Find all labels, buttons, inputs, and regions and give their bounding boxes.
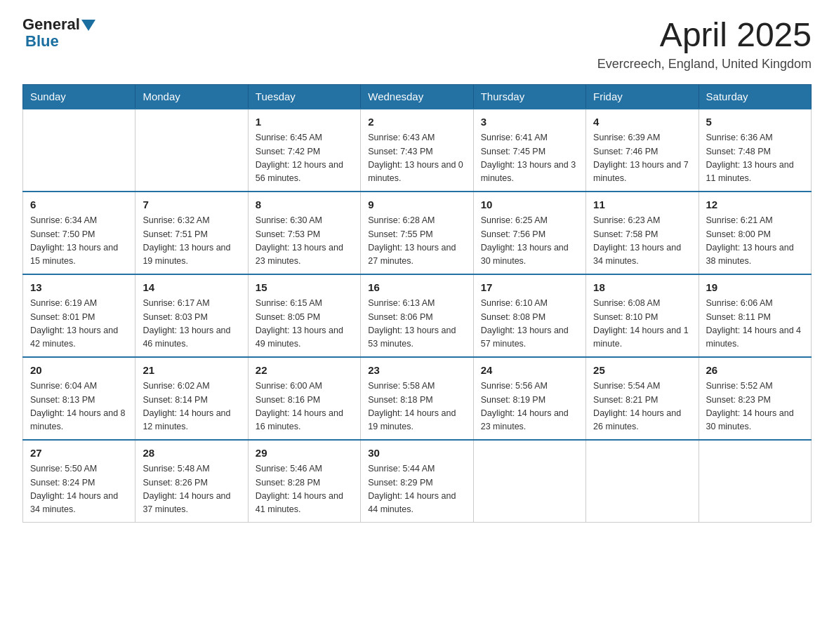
day-info: Sunrise: 6:15 AMSunset: 8:05 PMDaylight:… xyxy=(256,297,353,351)
weekday-header-monday: Monday xyxy=(135,84,248,109)
calendar-cell xyxy=(23,109,135,192)
day-number: 11 xyxy=(593,197,691,213)
calendar-cell: 28Sunrise: 5:48 AMSunset: 8:26 PMDayligh… xyxy=(135,440,248,523)
day-info: Sunrise: 6:30 AMSunset: 7:53 PMDaylight:… xyxy=(256,214,353,269)
day-number: 20 xyxy=(30,363,128,379)
day-number: 24 xyxy=(481,363,578,379)
calendar-cell: 14Sunrise: 6:17 AMSunset: 8:03 PMDayligh… xyxy=(135,274,248,357)
day-number: 27 xyxy=(30,445,128,462)
logo-general-text: General xyxy=(22,17,80,32)
page-title: April 2025 xyxy=(597,17,812,54)
calendar-cell: 21Sunrise: 6:02 AMSunset: 8:14 PMDayligh… xyxy=(135,357,248,440)
calendar-cell: 24Sunrise: 5:56 AMSunset: 8:19 PMDayligh… xyxy=(473,357,585,440)
day-number: 23 xyxy=(368,363,465,379)
day-info: Sunrise: 6:00 AMSunset: 8:16 PMDaylight:… xyxy=(256,380,353,434)
calendar-cell: 13Sunrise: 6:19 AMSunset: 8:01 PMDayligh… xyxy=(23,274,135,357)
day-info: Sunrise: 6:21 AMSunset: 8:00 PMDaylight:… xyxy=(706,214,804,269)
day-info: Sunrise: 5:58 AMSunset: 8:18 PMDaylight:… xyxy=(368,380,465,434)
calendar-week-row: 6Sunrise: 6:34 AMSunset: 7:50 PMDaylight… xyxy=(23,192,812,274)
day-info: Sunrise: 6:10 AMSunset: 8:08 PMDaylight:… xyxy=(481,297,578,351)
calendar-cell: 11Sunrise: 6:23 AMSunset: 7:58 PMDayligh… xyxy=(586,192,699,274)
weekday-header-tuesday: Tuesday xyxy=(248,84,360,109)
day-number: 4 xyxy=(593,114,691,130)
day-info: Sunrise: 6:23 AMSunset: 7:58 PMDaylight:… xyxy=(593,214,691,269)
title-section: April 2025 Evercreech, England, United K… xyxy=(597,17,812,72)
day-info: Sunrise: 6:17 AMSunset: 8:03 PMDaylight:… xyxy=(143,297,240,351)
calendar-cell: 3Sunrise: 6:41 AMSunset: 7:45 PMDaylight… xyxy=(473,109,585,192)
weekday-header-sunday: Sunday xyxy=(23,84,135,109)
location-subtitle: Evercreech, England, United Kingdom xyxy=(597,57,812,72)
day-number: 15 xyxy=(256,280,353,296)
day-number: 22 xyxy=(256,363,353,379)
weekday-header-wednesday: Wednesday xyxy=(361,84,473,109)
day-info: Sunrise: 5:44 AMSunset: 8:29 PMDaylight:… xyxy=(368,462,465,517)
calendar-week-row: 27Sunrise: 5:50 AMSunset: 8:24 PMDayligh… xyxy=(23,440,812,523)
day-info: Sunrise: 6:45 AMSunset: 7:42 PMDaylight:… xyxy=(256,131,353,186)
day-info: Sunrise: 5:56 AMSunset: 8:19 PMDaylight:… xyxy=(481,380,578,434)
calendar-cell: 20Sunrise: 6:04 AMSunset: 8:13 PMDayligh… xyxy=(23,357,135,440)
day-number: 7 xyxy=(143,197,240,213)
calendar-cell: 7Sunrise: 6:32 AMSunset: 7:51 PMDaylight… xyxy=(135,192,248,274)
calendar-cell: 8Sunrise: 6:30 AMSunset: 7:53 PMDaylight… xyxy=(248,192,360,274)
day-info: Sunrise: 6:39 AMSunset: 7:46 PMDaylight:… xyxy=(593,131,691,186)
day-info: Sunrise: 6:43 AMSunset: 7:43 PMDaylight:… xyxy=(368,131,465,186)
day-number: 3 xyxy=(481,114,578,130)
day-info: Sunrise: 6:32 AMSunset: 7:51 PMDaylight:… xyxy=(143,214,240,269)
weekday-header-thursday: Thursday xyxy=(473,84,585,109)
calendar-cell: 15Sunrise: 6:15 AMSunset: 8:05 PMDayligh… xyxy=(248,274,360,357)
logo-triangle-icon xyxy=(81,20,95,31)
logo: General Blue xyxy=(22,17,95,51)
day-number: 19 xyxy=(706,280,804,296)
calendar-cell xyxy=(473,440,585,523)
day-number: 21 xyxy=(143,363,240,379)
day-number: 1 xyxy=(256,114,353,130)
day-info: Sunrise: 6:02 AMSunset: 8:14 PMDaylight:… xyxy=(143,380,240,434)
day-info: Sunrise: 6:34 AMSunset: 7:50 PMDaylight:… xyxy=(30,214,128,269)
calendar-cell xyxy=(135,109,248,192)
day-number: 14 xyxy=(143,280,240,296)
calendar-week-row: 13Sunrise: 6:19 AMSunset: 8:01 PMDayligh… xyxy=(23,274,812,357)
day-info: Sunrise: 5:50 AMSunset: 8:24 PMDaylight:… xyxy=(30,462,128,517)
day-number: 10 xyxy=(481,197,578,213)
day-info: Sunrise: 5:46 AMSunset: 8:28 PMDaylight:… xyxy=(256,462,353,517)
calendar-cell: 22Sunrise: 6:00 AMSunset: 8:16 PMDayligh… xyxy=(248,357,360,440)
calendar-cell: 5Sunrise: 6:36 AMSunset: 7:48 PMDaylight… xyxy=(699,109,811,192)
day-info: Sunrise: 6:28 AMSunset: 7:55 PMDaylight:… xyxy=(368,214,465,269)
day-number: 9 xyxy=(368,197,465,213)
calendar-cell: 29Sunrise: 5:46 AMSunset: 8:28 PMDayligh… xyxy=(248,440,360,523)
day-info: Sunrise: 6:13 AMSunset: 8:06 PMDaylight:… xyxy=(368,297,465,351)
calendar-week-row: 1Sunrise: 6:45 AMSunset: 7:42 PMDaylight… xyxy=(23,109,812,192)
day-info: Sunrise: 5:48 AMSunset: 8:26 PMDaylight:… xyxy=(143,462,240,517)
calendar-cell: 12Sunrise: 6:21 AMSunset: 8:00 PMDayligh… xyxy=(699,192,811,274)
calendar-cell xyxy=(699,440,811,523)
day-number: 12 xyxy=(706,197,804,213)
day-number: 26 xyxy=(706,363,804,379)
day-info: Sunrise: 6:06 AMSunset: 8:11 PMDaylight:… xyxy=(706,297,804,351)
calendar-week-row: 20Sunrise: 6:04 AMSunset: 8:13 PMDayligh… xyxy=(23,357,812,440)
day-number: 17 xyxy=(481,280,578,296)
day-info: Sunrise: 5:54 AMSunset: 8:21 PMDaylight:… xyxy=(593,380,691,434)
day-number: 28 xyxy=(143,445,240,462)
logo-blue-text: Blue xyxy=(25,32,59,50)
calendar-cell: 27Sunrise: 5:50 AMSunset: 8:24 PMDayligh… xyxy=(23,440,135,523)
calendar-cell: 1Sunrise: 6:45 AMSunset: 7:42 PMDaylight… xyxy=(248,109,360,192)
calendar-cell: 10Sunrise: 6:25 AMSunset: 7:56 PMDayligh… xyxy=(473,192,585,274)
day-number: 30 xyxy=(368,445,465,462)
weekday-header-saturday: Saturday xyxy=(699,84,811,109)
day-number: 2 xyxy=(368,114,465,130)
day-number: 8 xyxy=(256,197,353,213)
day-info: Sunrise: 6:41 AMSunset: 7:45 PMDaylight:… xyxy=(481,131,578,186)
calendar-cell: 4Sunrise: 6:39 AMSunset: 7:46 PMDaylight… xyxy=(586,109,699,192)
weekday-header-friday: Friday xyxy=(586,84,699,109)
calendar-cell: 6Sunrise: 6:34 AMSunset: 7:50 PMDaylight… xyxy=(23,192,135,274)
day-number: 18 xyxy=(593,280,691,296)
day-number: 16 xyxy=(368,280,465,296)
calendar-cell xyxy=(586,440,699,523)
page-header: General Blue April 2025 Evercreech, Engl… xyxy=(22,17,812,72)
day-info: Sunrise: 6:25 AMSunset: 7:56 PMDaylight:… xyxy=(481,214,578,269)
calendar-header-row: SundayMondayTuesdayWednesdayThursdayFrid… xyxy=(23,84,812,109)
calendar-cell: 9Sunrise: 6:28 AMSunset: 7:55 PMDaylight… xyxy=(361,192,473,274)
calendar-cell: 19Sunrise: 6:06 AMSunset: 8:11 PMDayligh… xyxy=(699,274,811,357)
day-info: Sunrise: 6:36 AMSunset: 7:48 PMDaylight:… xyxy=(706,131,804,186)
day-info: Sunrise: 6:08 AMSunset: 8:10 PMDaylight:… xyxy=(593,297,691,351)
